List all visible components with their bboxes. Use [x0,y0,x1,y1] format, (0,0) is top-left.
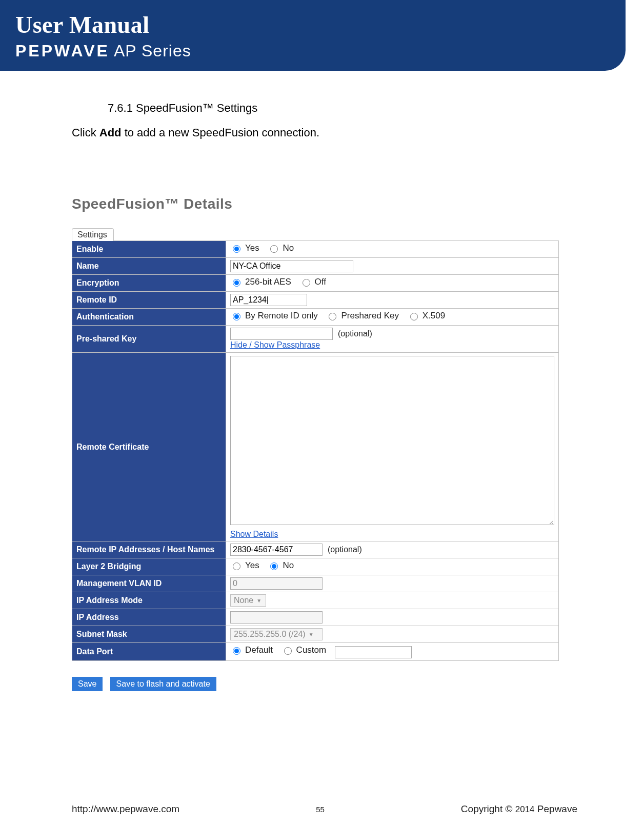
manual-subtitle: PEPWAVE AP Series [15,42,626,61]
copyright-year: 2014 [515,805,535,814]
label-name: Name [72,258,226,275]
psk-toggle-link[interactable]: Hide / Show Passphrase [230,340,320,349]
page-footer: http://www.pepwave.com 55 Copyright © 20… [0,803,644,815]
instruction-post: to add a new SpeedFusion connection. [122,126,320,139]
encryption-aes-radio[interactable] [233,279,240,287]
label-encryption: Encryption [72,275,226,292]
cell-ip-mode: None ▼ [226,592,559,609]
encryption-off-radio[interactable] [303,279,310,287]
label-layer2: Layer 2 Bridging [72,558,226,575]
footer-copyright: Copyright © 2014 Pepwave [461,803,577,815]
psk-optional: (optional) [338,329,372,338]
cell-vlan-id [226,575,559,592]
enable-no-radio[interactable] [270,245,278,253]
details-title: SpeedFusion™ Details [72,196,577,212]
dataport-custom-radio[interactable] [284,647,292,655]
remote-ip-optional: (optional) [328,545,362,554]
tab-settings[interactable]: Settings [72,228,114,241]
copyright-pre: Copyright © [461,803,515,814]
auth-x509-radio[interactable] [410,313,418,320]
encryption-off-label: Off [315,277,326,287]
chevron-down-icon: ▼ [309,632,314,637]
enable-yes-label: Yes [245,243,259,253]
cell-enable: Yes No [226,241,559,258]
save-button[interactable]: Save [72,677,103,691]
brand-name: PEPWAVE [15,42,110,60]
certificate-show-details-link[interactable]: Show Details [230,530,278,539]
label-data-port: Data Port [72,643,226,661]
dataport-default-label: Default [245,645,273,655]
series-name: AP Series [110,42,191,60]
enable-yes-radio[interactable] [233,245,240,253]
label-psk: Pre-shared Key [72,326,226,353]
psk-input[interactable] [230,328,333,340]
layer2-no-label: No [283,560,294,571]
layer2-no-radio[interactable] [270,562,278,570]
label-remote-ip: Remote IP Addresses / Host Names [72,541,226,558]
label-vlan-id: Management VLAN ID [72,575,226,592]
cell-encryption: 256-bit AES Off [226,275,559,292]
dataport-custom-label: Custom [296,645,327,655]
cell-remote-id [226,292,559,309]
manual-title: User Manual [15,11,626,38]
document-banner: User Manual PEPWAVE AP Series [0,0,626,71]
section-heading: 7.6.1 SpeedFusion™ Settings [108,102,577,115]
label-subnet-mask: Subnet Mask [72,626,226,643]
auth-remoteid-label: By Remote ID only [245,311,318,321]
layer2-yes-label: Yes [245,560,259,571]
auth-x509-label: X.509 [422,311,445,321]
remote-ip-input[interactable] [230,544,323,556]
cell-subnet-mask: 255.255.255.0 (/24) ▼ [226,626,559,643]
subnet-mask-select[interactable]: 255.255.255.0 (/24) ▼ [230,628,323,640]
label-authentication: Authentication [72,309,226,326]
copyright-post: Pepwave [535,803,577,814]
remote-certificate-textarea[interactable] [230,356,554,525]
enable-no-label: No [283,243,294,253]
layer2-yes-radio[interactable] [233,562,240,570]
auth-psk-radio[interactable] [329,313,336,320]
instruction-bold: Add [99,126,122,139]
cell-psk: (optional) Hide / Show Passphrase [226,326,559,353]
label-remote-certificate: Remote Certificate [72,353,226,541]
label-enable: Enable [72,241,226,258]
cell-remote-ip: (optional) [226,541,559,558]
ip-mode-select[interactable]: None ▼ [230,594,266,607]
footer-url: http://www.pepwave.com [72,803,179,815]
ip-address-input[interactable] [230,611,323,624]
cell-data-port: Default Custom [226,643,559,661]
dataport-default-radio[interactable] [233,647,240,655]
label-ip-address: IP Address [72,609,226,626]
encryption-aes-label: 256-bit AES [245,277,291,287]
ip-mode-value: None [234,596,253,605]
instruction-pre: Click [72,126,99,139]
cell-name [226,258,559,275]
page-number: 55 [316,805,325,814]
instruction-text: Click Add to add a new SpeedFusion conne… [72,126,577,139]
cell-ip-address [226,609,559,626]
cell-authentication: By Remote ID only Preshared Key X.509 [226,309,559,326]
auth-psk-label: Preshared Key [341,311,398,321]
label-ip-mode: IP Address Mode [72,592,226,609]
settings-table: Enable Yes No Name Encryption 256-bit AE [72,240,559,661]
cell-layer2: Yes No [226,558,559,575]
chevron-down-icon: ▼ [256,598,261,604]
save-flash-button[interactable]: Save to flash and activate [110,677,216,691]
dataport-custom-input[interactable] [335,646,412,658]
auth-remoteid-radio[interactable] [233,313,240,320]
remote-id-input[interactable] [230,294,307,306]
subnet-mask-value: 255.255.255.0 (/24) [234,630,306,639]
cell-remote-certificate: Show Details [226,353,559,541]
label-remote-id: Remote ID [72,292,226,309]
name-input[interactable] [230,260,353,272]
vlan-id-input[interactable] [230,577,323,590]
